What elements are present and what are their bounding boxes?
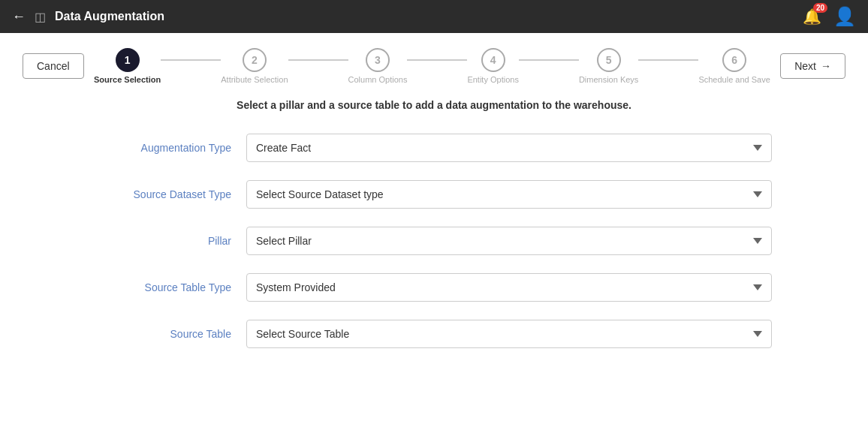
back-button[interactable]: ← [12,9,26,25]
step-6-label: Schedule and Save [698,75,770,84]
step-connector-2 [288,59,348,61]
source-table-type-row: Source Table Type System Provided User P… [96,273,772,302]
augmentation-type-row: Augmentation Type Create Fact Create Dim… [96,134,772,162]
step-2-label: Attribute Selection [221,75,288,84]
pillar-select[interactable]: Select Pillar [246,227,772,255]
step-4-circle: 4 [481,48,505,72]
topbar-left: ← ◫ Data Augmentation [12,9,164,25]
source-table-row: Source Table Select Source Table [96,320,772,348]
step-connector-3 [407,59,467,61]
step-4-label: Entity Options [467,75,518,84]
step-connector-5 [638,59,698,61]
step-5: 5 Dimension Keys [579,48,638,84]
pillar-label: Pillar [96,235,246,247]
topbar: ← ◫ Data Augmentation 🔔 20 👤 [0,0,868,33]
form-section: Augmentation Type Create Fact Create Dim… [96,134,772,348]
source-dataset-type-row: Source Dataset Type Select Source Datase… [96,180,772,209]
step-6-circle: 6 [722,48,746,72]
source-table-type-select[interactable]: System Provided User Provided [246,273,772,302]
step-2-circle: 2 [243,48,267,72]
app-icon: ◫ [35,10,46,24]
next-button[interactable]: Next → [780,53,845,79]
step-3-circle: 3 [366,48,390,72]
source-table-select[interactable]: Select Source Table [246,320,772,348]
source-dataset-type-select[interactable]: Select Source Dataset type [246,180,772,209]
cancel-button[interactable]: Cancel [23,53,84,79]
step-3-label: Column Options [348,75,408,84]
pillar-row: Pillar Select Pillar [96,227,772,255]
augmentation-type-select[interactable]: Create Fact Create Dimension Create Brid… [246,134,772,162]
source-table-label: Source Table [96,328,246,340]
augmentation-type-label: Augmentation Type [96,142,246,154]
notification-button[interactable]: 🔔 20 [803,8,821,26]
page-title: Data Augmentation [55,10,164,23]
main-content: Cancel 1 Source Selection 2 Attribute Se… [0,33,868,430]
step-connector-1 [161,59,221,61]
step-3: 3 Column Options [348,48,408,84]
topbar-right: 🔔 20 👤 [803,6,856,27]
instruction-text: Select a pillar and a source table to ad… [23,99,845,111]
step-5-label: Dimension Keys [579,75,638,84]
step-1-circle: 1 [116,48,140,72]
step-6: 6 Schedule and Save [698,48,770,84]
step-4: 4 Entity Options [467,48,518,84]
user-avatar[interactable]: 👤 [833,6,856,27]
source-table-type-label: Source Table Type [96,281,246,293]
step-1: 1 Source Selection [94,48,161,84]
step-5-circle: 5 [597,48,621,72]
step-connector-4 [519,59,579,61]
notification-badge: 20 [813,3,827,13]
stepper-row: Cancel 1 Source Selection 2 Attribute Se… [23,48,845,84]
step-2: 2 Attribute Selection [221,48,288,84]
source-dataset-type-label: Source Dataset Type [96,188,246,200]
next-arrow-icon: → [821,60,831,72]
step-1-label: Source Selection [94,75,161,84]
steps-container: 1 Source Selection 2 Attribute Selection… [84,48,781,84]
